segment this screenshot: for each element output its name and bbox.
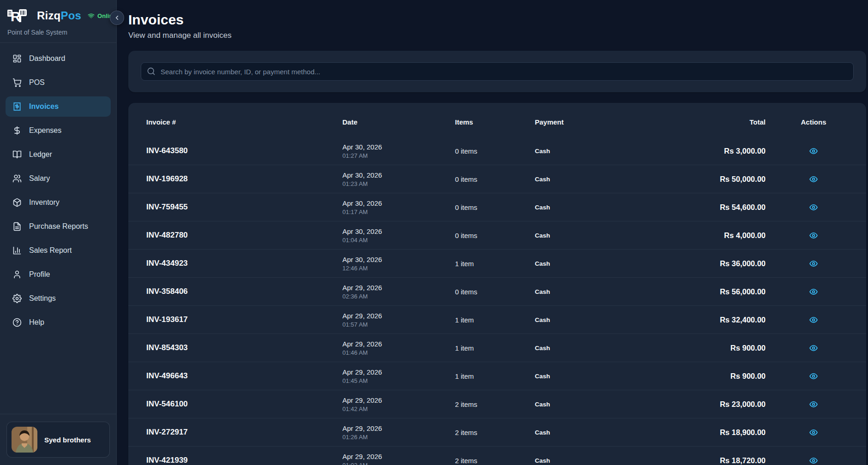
invoice-items-count: 0 items — [455, 288, 535, 296]
invoice-date: Apr 29, 202602:36 AM — [342, 284, 455, 300]
sidebar-item-invoices[interactable]: Invoices — [6, 96, 111, 117]
eye-icon — [808, 400, 819, 409]
page-subtitle: View and manage all invoices — [128, 31, 866, 40]
view-invoice-button[interactable] — [808, 258, 820, 268]
invoice-row: INV-854303Apr 29, 202601:46 AM1 itemCash… — [128, 334, 866, 362]
sidebar-item-profile[interactable]: Profile — [6, 264, 111, 285]
view-invoice-button[interactable] — [808, 286, 820, 297]
view-invoice-button[interactable] — [808, 427, 820, 437]
document-icon — [12, 221, 22, 232]
invoice-row: INV-546100Apr 29, 202601:42 AM2 itemsCas… — [128, 390, 866, 418]
invoice-payment-method: Cash — [535, 429, 650, 436]
eye-icon — [808, 456, 819, 465]
invoice-total: Rs 32,400.00 — [650, 316, 766, 324]
sidebar-item-label: POS — [29, 78, 45, 87]
invoice-payment-method: Cash — [535, 345, 650, 352]
user-card[interactable]: Syed brothers — [6, 422, 110, 458]
chart-icon — [12, 245, 22, 256]
eye-icon — [808, 287, 819, 296]
invoice-payment-method: Cash — [535, 373, 650, 380]
sidebar-item-label: Purchase Reports — [29, 222, 88, 231]
search-input[interactable] — [141, 62, 854, 81]
invoice-row: INV-193617Apr 29, 202601:57 AM1 itemCash… — [128, 306, 866, 334]
table-body: INV-643580Apr 30, 202601:27 AM0 itemsCas… — [128, 137, 866, 465]
eye-icon — [808, 428, 819, 437]
view-invoice-button[interactable] — [808, 371, 820, 381]
invoice-number: INV-482780 — [146, 231, 342, 240]
invoice-items-count: 0 items — [455, 203, 535, 211]
sidebar-item-label: Expenses — [29, 126, 61, 135]
column-header-total: Total — [650, 118, 766, 126]
column-header-actions: Actions — [766, 118, 862, 126]
invoice-items-count: 0 items — [455, 232, 535, 239]
view-invoice-button[interactable] — [808, 399, 820, 409]
sidebar-item-ledger[interactable]: Ledger — [6, 144, 111, 165]
sidebar-item-salary[interactable]: Salary — [6, 168, 111, 189]
view-invoice-button[interactable] — [808, 455, 820, 465]
cart-icon — [12, 78, 22, 88]
invoice-row: INV-358406Apr 29, 202602:36 AM0 itemsCas… — [128, 278, 866, 306]
sidebar-item-label: Settings — [29, 294, 56, 303]
invoice-number: INV-496643 — [146, 371, 342, 381]
view-invoice-button[interactable] — [808, 146, 820, 156]
eye-icon — [808, 372, 819, 381]
column-header-date: Date — [342, 118, 455, 126]
sidebar-item-dashboard[interactable]: Dashboard — [6, 48, 111, 69]
invoice-total: Rs 54,600.00 — [650, 203, 766, 212]
sidebar-item-expenses[interactable]: Expenses — [6, 120, 111, 141]
invoices-table: Invoice #DateItemsPaymentTotalActions IN… — [128, 103, 866, 465]
sidebar-item-pos[interactable]: POS — [6, 72, 111, 93]
sidebar-item-label: Help — [29, 318, 44, 327]
invoice-payment-method: Cash — [535, 457, 650, 464]
invoice-row: INV-643580Apr 30, 202601:27 AM0 itemsCas… — [128, 137, 866, 165]
invoice-row: INV-421939Apr 29, 202601:02 AM2 itemsCas… — [128, 447, 866, 465]
invoice-items-count: 1 item — [455, 344, 535, 352]
invoice-total: Rs 50,000.00 — [650, 175, 766, 184]
invoice-items-count: 2 items — [455, 400, 535, 408]
invoice-row: INV-759455Apr 30, 202601:17 AM0 itemsCas… — [128, 193, 866, 221]
sidebar: R RizqPos Online Poin — [0, 0, 117, 465]
invoice-payment-method: Cash — [535, 401, 650, 408]
sidebar-item-purchase-reports[interactable]: Purchase Reports — [6, 216, 111, 237]
invoice-total: Rs 18,900.00 — [650, 428, 766, 437]
invoice-number: INV-196928 — [146, 174, 342, 184]
search-card — [128, 51, 866, 92]
view-invoice-button[interactable] — [808, 315, 820, 325]
users-icon — [12, 173, 22, 184]
invoice-payment-method: Cash — [535, 288, 650, 295]
view-invoice-button[interactable] — [808, 174, 820, 184]
invoice-payment-method: Cash — [535, 232, 650, 239]
invoice-number: INV-272917 — [146, 428, 342, 437]
dashboard-icon — [12, 54, 22, 64]
eye-icon — [808, 344, 819, 352]
invoice-number: INV-854303 — [146, 343, 342, 352]
sidebar-item-help[interactable]: Help — [6, 312, 111, 333]
invoice-row: INV-496643Apr 29, 202601:45 AM1 itemCash… — [128, 362, 866, 390]
sidebar-item-sales-report[interactable]: Sales Report — [6, 240, 111, 261]
invoice-date: Apr 30, 202601:23 AM — [342, 171, 455, 187]
view-invoice-button[interactable] — [808, 343, 820, 353]
sidebar-item-label: Profile — [29, 270, 50, 279]
search-icon — [147, 67, 156, 76]
invoice-items-count: 2 items — [455, 429, 535, 436]
view-invoice-button[interactable] — [808, 230, 820, 240]
gear-icon — [12, 293, 22, 304]
invoice-date: Apr 29, 202601:46 AM — [342, 340, 455, 356]
invoice-date: Apr 29, 202601:26 AM — [342, 424, 455, 441]
sidebar-collapse-button[interactable] — [110, 11, 124, 25]
receipt-icon — [12, 101, 22, 112]
invoice-total: Rs 18,720.00 — [650, 456, 766, 465]
sidebar-item-inventory[interactable]: Inventory — [6, 192, 111, 213]
invoice-total: Rs 900.00 — [650, 372, 766, 381]
view-invoice-button[interactable] — [808, 202, 820, 212]
invoice-date: Apr 29, 202601:02 AM — [342, 453, 455, 465]
column-header-invoice: Invoice # — [146, 118, 342, 126]
invoice-payment-method: Cash — [535, 316, 650, 323]
eye-icon — [808, 259, 819, 268]
sidebar-item-label: Dashboard — [29, 54, 65, 63]
invoice-date: Apr 30, 202601:27 AM — [342, 143, 455, 159]
invoice-total: Rs 4,000.00 — [650, 231, 766, 240]
invoice-date: Apr 29, 202601:42 AM — [342, 396, 455, 412]
sidebar-item-label: Ledger — [29, 150, 52, 159]
sidebar-item-settings[interactable]: Settings — [6, 288, 111, 309]
